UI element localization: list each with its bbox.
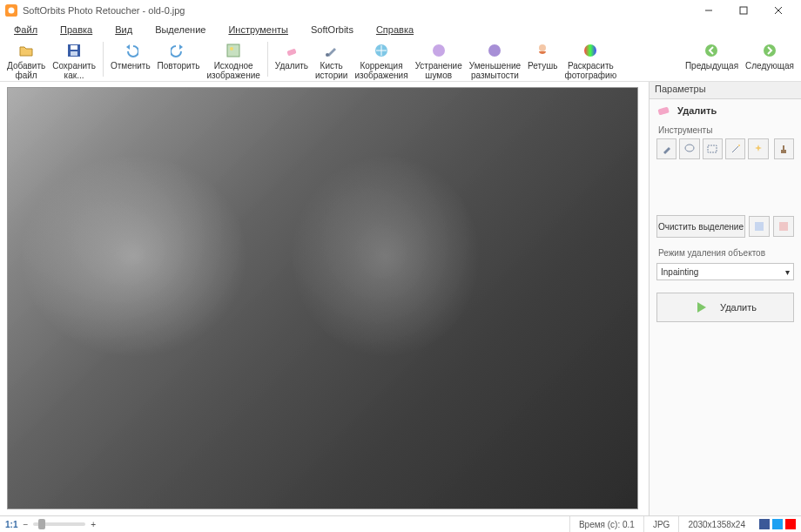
svg-point-23 [738, 145, 740, 146]
add-file-button[interactable]: Добавить файл [3, 40, 49, 82]
folder-open-icon [17, 42, 35, 59]
svg-point-21 [685, 145, 694, 152]
svg-rect-24 [781, 150, 786, 153]
zoom-out-button[interactable]: − [23, 520, 28, 529]
svg-rect-22 [708, 145, 717, 152]
floppy-icon [65, 42, 83, 59]
magic-wand-tool[interactable] [725, 138, 745, 159]
selection-tools-row [650, 138, 801, 165]
undo-button[interactable]: Отменить [107, 40, 154, 72]
noise-removal-button[interactable]: Устранение шумов [412, 40, 466, 82]
svg-rect-3 [740, 7, 747, 14]
svg-rect-27 [779, 222, 788, 231]
undo-icon [122, 42, 139, 59]
play-icon [694, 300, 710, 315]
colorize-icon [582, 42, 599, 59]
smart-select-tool[interactable] [748, 138, 768, 159]
correction-icon [373, 42, 390, 59]
removal-mode-value: Inpainting [661, 267, 698, 277]
svg-point-15 [488, 44, 501, 57]
deselect-button-2[interactable] [773, 216, 794, 237]
facebook-icon[interactable] [759, 519, 770, 529]
history-brush-button[interactable]: Кисть истории [312, 40, 351, 82]
app-logo-icon [5, 4, 17, 17]
svg-point-16 [539, 44, 546, 51]
svg-rect-26 [755, 222, 764, 231]
mode-label: Режим удаления объектов [650, 245, 801, 261]
twitter-icon[interactable] [772, 519, 783, 529]
svg-point-1 [9, 8, 15, 14]
tools-label: Инструменты [650, 122, 801, 138]
zoom-slider[interactable] [33, 522, 85, 526]
image-canvas[interactable] [7, 87, 638, 509]
menu-file[interactable]: Файл [3, 23, 48, 37]
remove-action-button[interactable]: Удалить [656, 293, 794, 322]
menu-softorbits[interactable]: SoftOrbits [300, 23, 364, 37]
menu-view[interactable]: Вид [104, 23, 143, 37]
colorize-button[interactable]: Раскрасить фотографию [561, 40, 620, 82]
menu-help[interactable]: Справка [366, 23, 424, 37]
menu-selection[interactable]: Выделение [145, 23, 216, 37]
deselect-button-1[interactable] [749, 216, 770, 237]
arrow-left-icon [703, 42, 720, 59]
marker-tool[interactable] [656, 138, 676, 159]
svg-point-18 [705, 44, 717, 57]
maximize-button[interactable] [726, 0, 761, 21]
menu-tools[interactable]: Инструменты [218, 23, 299, 37]
chevron-down-icon: ▾ [785, 267, 790, 277]
svg-rect-25 [783, 145, 784, 150]
redo-button[interactable]: Повторить [154, 40, 204, 72]
status-time: Время (с): 0.1 [569, 516, 643, 532]
status-bar: 1:1 − + Время (с): 0.1 JPG 2030x1358x24 [0, 515, 801, 532]
rectangle-select-tool[interactable] [703, 138, 723, 159]
minimize-button[interactable] [691, 0, 726, 21]
eraser-icon [283, 42, 300, 59]
remove-tool-button[interactable]: Удалить [272, 40, 312, 72]
retouch-button[interactable]: Ретушь [524, 40, 561, 72]
panel-title: Параметры [650, 82, 801, 99]
next-image-button[interactable]: Следующая [742, 40, 798, 72]
svg-point-10 [230, 47, 233, 51]
previous-image-button[interactable]: Предыдущая [682, 40, 742, 72]
canvas-area [0, 82, 649, 515]
brush-icon [323, 42, 340, 59]
save-as-button[interactable]: Сохранить как... [49, 40, 99, 82]
zoom-in-button[interactable]: + [91, 520, 96, 529]
panel-section-header: Удалить [650, 99, 801, 122]
svg-rect-7 [71, 45, 77, 50]
svg-rect-9 [227, 44, 239, 57]
youtube-icon[interactable] [785, 519, 796, 529]
lasso-tool[interactable] [679, 138, 699, 159]
clear-selection-button[interactable]: Очистить выделение [656, 215, 745, 238]
original-image-icon [225, 42, 242, 59]
status-dimensions: 2030x1358x24 [678, 516, 754, 532]
loaded-photo [8, 88, 637, 508]
svg-point-17 [584, 44, 596, 57]
menu-edit[interactable]: Правка [50, 23, 103, 37]
sharpen-button[interactable]: Уменьшение размытости [466, 40, 524, 82]
image-correction-button[interactable]: Коррекция изображения [351, 40, 411, 82]
redo-icon [170, 42, 187, 59]
title-bar: SoftOrbits Photo Retoucher - old-0.jpg [0, 0, 801, 21]
social-links [754, 519, 801, 529]
clone-stamp-tool[interactable] [774, 138, 794, 159]
main-area: Параметры Удалить Инструменты Очистить в… [0, 82, 801, 515]
section-name: Удалить [677, 105, 717, 116]
sharpen-icon [486, 42, 503, 59]
arrow-right-icon [761, 42, 778, 59]
noise-icon [430, 42, 448, 59]
svg-point-14 [433, 44, 445, 57]
parameters-panel: Параметры Удалить Инструменты Очистить в… [649, 82, 801, 515]
zoom-ratio[interactable]: 1:1 [5, 520, 17, 529]
toolbar: Добавить файл Сохранить как... Отменить … [0, 38, 801, 82]
clear-selection-row: Очистить выделение [650, 208, 801, 245]
original-image-button[interactable]: Исходное изображение [203, 40, 263, 82]
status-format: JPG [643, 516, 678, 532]
svg-rect-11 [286, 48, 296, 56]
close-button[interactable] [761, 0, 796, 21]
removal-mode-select[interactable]: Inpainting ▾ [656, 263, 794, 280]
svg-rect-8 [71, 51, 77, 56]
svg-rect-20 [657, 107, 669, 116]
eraser-small-icon [656, 104, 672, 117]
window-title: SoftOrbits Photo Retoucher - old-0.jpg [23, 5, 691, 16]
